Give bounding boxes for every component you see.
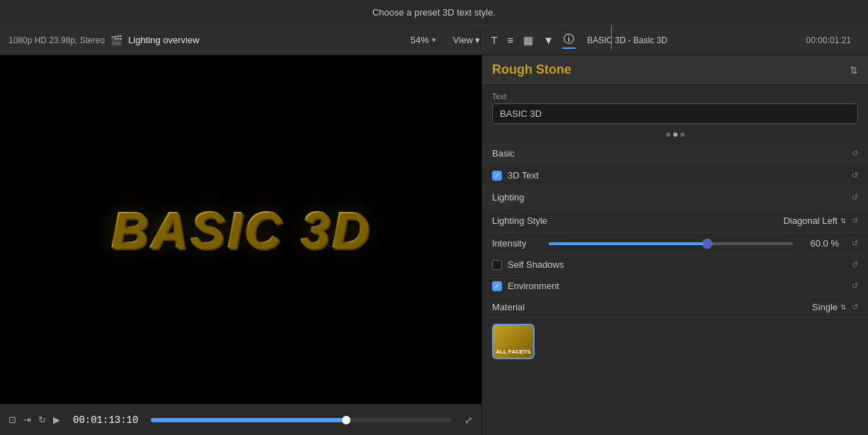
lighting-style-row: Lighting Style Diagonal Left ⇅ ↺ <box>482 209 868 233</box>
lighting-section-header: Lighting ↺ <box>482 186 868 209</box>
env-check-icon: ✓ <box>494 283 500 290</box>
filter-icon[interactable]: ▼ <box>542 33 555 47</box>
tooltip-text: Choose a preset 3D text style. <box>372 7 496 18</box>
lighting-style-value: Diagonal Left <box>783 215 838 226</box>
lines-icon[interactable]: ≡ <box>506 33 515 47</box>
lighting-style-reset[interactable]: ↺ <box>852 216 858 225</box>
intensity-row: Intensity 60.0 % ↺ <box>482 233 868 254</box>
material-reset[interactable]: ↺ <box>852 303 858 312</box>
film-icon[interactable]: 🎬 <box>110 35 122 46</box>
material-chevron: ⇅ <box>840 303 846 311</box>
dot-3 <box>680 132 685 137</box>
timecode: 00:01:13:10 <box>73 414 138 426</box>
fullscreen-icon[interactable]: ⤢ <box>464 414 473 426</box>
preset-header: Rough Stone ⇅ <box>482 55 868 85</box>
self-shadows-reset[interactable]: ↺ <box>852 260 858 269</box>
zoom-value: 54% <box>411 35 429 45</box>
view-chevron: ▾ <box>475 35 480 45</box>
material-thumbnail[interactable]: ALL FACETS <box>492 324 535 359</box>
tooltip-line <box>611 26 612 50</box>
preset-chevrons[interactable]: ⇅ <box>850 64 858 76</box>
intensity-reset[interactable]: ↺ <box>852 239 858 248</box>
check-icon: ✓ <box>494 172 500 179</box>
timeline-bar[interactable] <box>151 418 452 422</box>
project-title: Lighting overview <box>128 35 199 45</box>
inspector-content: Text BASIC 3D Basic ↺ ✓ <box>482 85 868 435</box>
toolbar: 1080p HD 23.98p, Stereo 🎬 Lighting overv… <box>0 26 868 55</box>
intensity-value: 60.0 % <box>800 238 839 249</box>
inspector-icons: T ≡ ▦ ▼ ⓘ <box>489 31 576 49</box>
tooltip-bar: Choose a preset 3D text style. <box>0 0 868 26</box>
lighting-style-dropdown[interactable]: Diagonal Left ⇅ <box>783 215 846 226</box>
crop-icon[interactable]: ⊡ <box>8 414 16 425</box>
text-section-label: Text <box>482 85 868 103</box>
three-d-text-checkbox[interactable]: ✓ <box>492 171 502 181</box>
text-icon[interactable]: T <box>489 33 498 47</box>
material-label: Material <box>492 302 525 312</box>
material-dropdown[interactable]: Single ⇅ <box>812 302 846 312</box>
dot-2 <box>673 132 678 137</box>
inspector-timecode: 00:00:01:21 <box>806 35 851 45</box>
timeline-progress <box>151 418 346 422</box>
dot-1 <box>666 132 670 137</box>
preview-text: BASIC 3D <box>110 200 371 259</box>
intensity-label: Intensity <box>492 238 542 249</box>
self-shadows-label: Self Shadows <box>508 259 564 270</box>
lighting-label: Lighting <box>492 192 525 203</box>
info-icon[interactable]: ⓘ <box>562 31 576 49</box>
three-d-text-reset[interactable]: ↺ <box>852 171 858 180</box>
playback-controls: ⊡ ⇥ ↻ ▶ 00:01:13:10 ⤢ <box>0 404 481 435</box>
slider-fill <box>549 242 707 245</box>
lighting-style-chevron: ⇅ <box>840 217 846 225</box>
preview-canvas: BASIC 3D <box>0 55 481 404</box>
material-row: Material Single ⇅ ↺ <box>482 297 868 318</box>
zoom-chevron: ▾ <box>432 35 436 45</box>
environment-row: ✓ Environment ↺ <box>482 276 868 297</box>
three-d-text-label: 3D Text <box>508 170 539 181</box>
preview-panel: BASIC 3D ⊡ ⇥ ↻ ▶ 00:01:13:10 ⤢ <box>0 55 481 435</box>
toolbar-left: 1080p HD 23.98p, Stereo 🎬 Lighting overv… <box>8 35 480 46</box>
main-container: 1080p HD 23.98p, Stereo 🎬 Lighting overv… <box>0 26 868 435</box>
view-button[interactable]: View ▾ <box>453 35 481 45</box>
text-input[interactable]: BASIC 3D <box>492 103 858 124</box>
environment-reset[interactable]: ↺ <box>852 281 858 290</box>
zoom-control[interactable]: 54% ▾ <box>411 35 436 45</box>
lighting-style-label: Lighting Style <box>492 215 547 226</box>
lighting-reset-icon[interactable]: ↺ <box>852 193 858 202</box>
environment-checkbox[interactable]: ✓ <box>492 281 502 291</box>
basic-reset-icon[interactable]: ↺ <box>852 149 858 158</box>
basic-section-header: Basic ↺ <box>482 142 868 165</box>
self-shadows-checkbox[interactable] <box>492 260 502 270</box>
arrow-icon[interactable]: ⇥ <box>23 414 31 425</box>
view-label: View <box>453 35 473 45</box>
basic-label: Basic <box>492 148 515 159</box>
slider-thumb <box>702 239 712 249</box>
material-value: Single <box>812 302 838 312</box>
dots-row <box>482 130 868 142</box>
timeline-thumb <box>342 416 350 424</box>
self-shadows-row: Self Shadows ↺ <box>482 254 868 276</box>
play-icon[interactable]: ▶ <box>53 414 60 425</box>
toolbar-right: T ≡ ▦ ▼ ⓘ BASIC 3D - Basic 3D 00:00:01:2… <box>480 31 860 49</box>
content-area: BASIC 3D ⊡ ⇥ ↻ ▶ 00:01:13:10 ⤢ Rough Sto… <box>0 55 868 435</box>
resolution-label: 1080p HD 23.98p, Stereo <box>8 35 105 45</box>
thumbnail-label: ALL FACETS <box>496 349 530 355</box>
intensity-slider[interactable] <box>549 242 793 245</box>
preset-name: Rough Stone <box>492 62 571 77</box>
inspector-title: BASIC 3D - Basic 3D <box>587 35 667 45</box>
loop-icon[interactable]: ↻ <box>38 414 46 425</box>
inspector-panel: Rough Stone ⇅ Text BASIC 3D Basic ↺ <box>481 55 868 435</box>
three-d-text-row: ✓ 3D Text ↺ <box>482 165 868 186</box>
thumbnail-row: ALL FACETS <box>482 318 868 365</box>
environment-label: Environment <box>508 281 559 291</box>
film-strip-icon[interactable]: ▦ <box>522 33 535 48</box>
